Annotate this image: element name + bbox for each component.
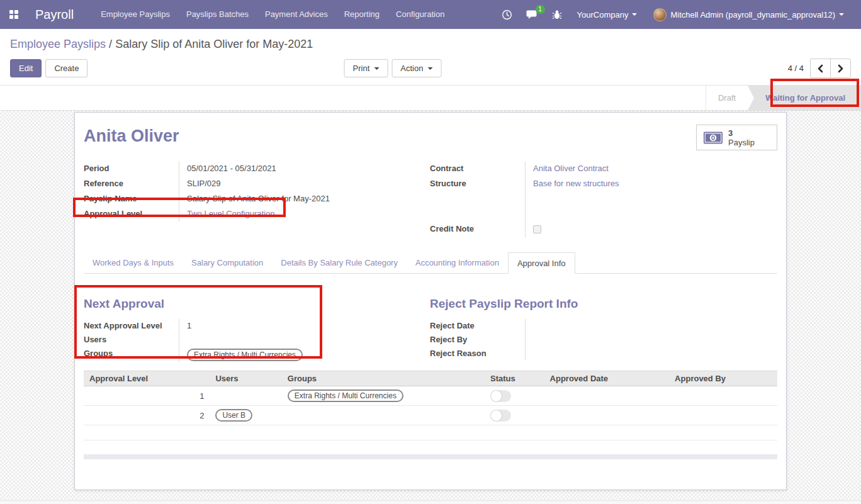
company-switcher[interactable]: YourCompany <box>569 0 646 29</box>
pager-next-button[interactable] <box>830 59 851 78</box>
tab-salary-computation[interactable]: Salary Computation <box>183 252 272 273</box>
next-approval-heading: Next Approval <box>84 297 430 311</box>
chevron-down-icon <box>427 67 432 70</box>
nav-item-reporting[interactable]: Reporting <box>336 0 388 29</box>
field-next-approval-level: Next Approval Level 1 <box>84 319 430 333</box>
control-panel: Employee Payslips / Salary Slip of Anita… <box>0 29 861 78</box>
apps-grid-icon <box>9 10 18 19</box>
col-approved-by[interactable]: Approved By <box>669 371 777 386</box>
structure-link[interactable]: Base for new structures <box>533 179 619 188</box>
nav-item-payslips-batches[interactable]: Payslips Batches <box>178 0 257 29</box>
user-tag: User B <box>215 409 252 422</box>
table-row[interactable]: 1 Extra Rights / Multi Currencies <box>84 386 777 406</box>
group-tag: Extra Rights / Multi Currencies <box>288 389 403 402</box>
statusbar: Draft Waiting for Approval <box>0 85 861 111</box>
form-sheet: Anita Oliver 3 Payslip Period 05/01/2021… <box>74 112 787 490</box>
table-row[interactable]: 2 User B <box>84 406 777 425</box>
payslip-smart-button[interactable]: 3 Payslip <box>696 125 777 150</box>
tab-worked-days-inputs[interactable]: Worked Days & Inputs <box>84 252 183 273</box>
payslip-label: Payslip <box>728 138 755 147</box>
reject-info-heading: Reject Payslip Report Info <box>430 297 777 311</box>
page-title: Anita Oliver <box>84 126 777 146</box>
table-empty-row <box>84 425 777 440</box>
field-grid: Period 05/01/2021 - 05/31/2021 Reference… <box>84 161 777 237</box>
message-count-badge: 1 <box>536 5 545 14</box>
chevron-left-icon <box>817 64 824 73</box>
tab-accounting-information[interactable]: Accounting Information <box>407 252 508 273</box>
create-button[interactable]: Create <box>45 59 87 77</box>
table-header-row: Approval Level Users Groups Status Appro… <box>84 371 777 386</box>
debug-button[interactable] <box>545 0 569 29</box>
messages-button[interactable]: 1 <box>519 0 545 29</box>
record-pager: 4 / 4 <box>788 59 851 78</box>
pager-previous-button[interactable] <box>810 59 831 78</box>
breadcrumb-separator: / <box>109 38 112 50</box>
payslip-count: 3 <box>728 128 755 138</box>
tab-details-by-salary-rule-category[interactable]: Details By Salary Rule Category <box>272 252 407 273</box>
banknote-icon <box>703 131 723 145</box>
user-name: Mitchell Admin (payroll_dynamic_approval… <box>670 10 835 20</box>
tab-approval-info[interactable]: Approval Info <box>508 252 575 274</box>
table-footer-bar <box>84 454 777 459</box>
notebook-tabs: Worked Days & Inputs Salary Computation … <box>84 252 777 274</box>
chevron-down-icon <box>839 13 844 16</box>
field-approval-level: Approval Level Two Level Configuration <box>84 206 393 221</box>
group-tag: Extra Rights / Multi Currencies <box>187 349 303 361</box>
navbar-right: 1 YourCompany Mitchell Admin (payroll_dy… <box>495 0 861 29</box>
breadcrumb-parent[interactable]: Employee Payslips <box>10 38 106 50</box>
breadcrumb: Employee Payslips / Salary Slip of Anita… <box>10 36 851 52</box>
col-approved-date[interactable]: Approved Date <box>544 371 670 386</box>
apps-menu-button[interactable] <box>0 0 28 29</box>
field-period: Period 05/01/2021 - 05/31/2021 <box>84 161 393 176</box>
user-menu[interactable]: Mitchell Admin (payroll_dynamic_approval… <box>645 0 852 29</box>
field-payslip-name: Payslip Name Salary Slip of Anita Oliver… <box>84 191 393 206</box>
clock-icon <box>502 9 512 20</box>
field-next-approval-users: Users <box>84 333 430 347</box>
reject-info-group: Reject Payslip Report Info Reject Date R… <box>430 297 777 362</box>
col-status[interactable]: Status <box>485 371 544 386</box>
print-dropdown-button[interactable]: Print <box>344 59 388 77</box>
field-contract: Contract Anita Oliver Contract <box>430 161 777 176</box>
field-credit-note: Credit Note <box>430 221 777 237</box>
approval-level-link[interactable]: Two Level Configuration <box>187 209 274 218</box>
status-toggle[interactable] <box>490 390 511 402</box>
field-reject-date: Reject Date <box>430 319 777 333</box>
col-groups[interactable]: Groups <box>282 371 485 386</box>
status-waiting-for-approval[interactable]: Waiting for Approval <box>748 86 861 110</box>
breadcrumb-current: Salary Slip of Anita Oliver for May-2021 <box>115 38 313 50</box>
col-users[interactable]: Users <box>210 371 281 386</box>
chevron-down-icon <box>374 67 379 70</box>
activities-button[interactable] <box>495 0 519 29</box>
company-name: YourCompany <box>577 10 629 20</box>
approval-lines-table: Approval Level Users Groups Status Appro… <box>84 371 777 440</box>
chevron-right-icon <box>837 64 844 73</box>
form-view-background: Anita Oliver 3 Payslip Period 05/01/2021… <box>0 111 861 504</box>
edit-button[interactable]: Edit <box>10 59 42 77</box>
top-navbar: Payroll Employee Payslips Payslips Batch… <box>0 0 861 29</box>
avatar <box>653 8 667 21</box>
next-approval-group: Next Approval Next Approval Level 1 User… <box>84 297 430 362</box>
col-approval-level[interactable]: Approval Level <box>84 371 210 386</box>
chevron-down-icon <box>632 13 637 16</box>
field-next-approval-groups: Groups Extra Rights / Multi Currencies <box>84 347 430 362</box>
field-reject-reason: Reject Reason <box>430 347 777 361</box>
app-name: Payroll <box>35 8 74 22</box>
field-reference: Reference SLIP/029 <box>84 176 393 191</box>
field-structure: Structure Base for new structures <box>430 176 777 191</box>
status-toggle[interactable] <box>490 410 511 422</box>
credit-note-checkbox <box>533 225 541 233</box>
nav-item-payment-advices[interactable]: Payment Advices <box>257 0 336 29</box>
button-row: Edit Create Print Action 4 / 4 <box>10 59 851 78</box>
action-dropdown-button[interactable]: Action <box>391 59 441 77</box>
nav-item-configuration[interactable]: Configuration <box>388 0 453 29</box>
contract-link[interactable]: Anita Oliver Contract <box>533 164 609 173</box>
page-footer <box>0 500 861 504</box>
bug-icon <box>552 9 562 20</box>
status-draft[interactable]: Draft <box>706 86 748 110</box>
approval-info-panel: Next Approval Next Approval Level 1 User… <box>84 274 777 362</box>
pager-value[interactable]: 4 / 4 <box>788 64 804 73</box>
field-reject-by: Reject By <box>430 333 777 347</box>
nav-item-employee-payslips[interactable]: Employee Payslips <box>93 0 178 29</box>
main-menu: Employee Payslips Payslips Batches Payme… <box>93 0 453 29</box>
